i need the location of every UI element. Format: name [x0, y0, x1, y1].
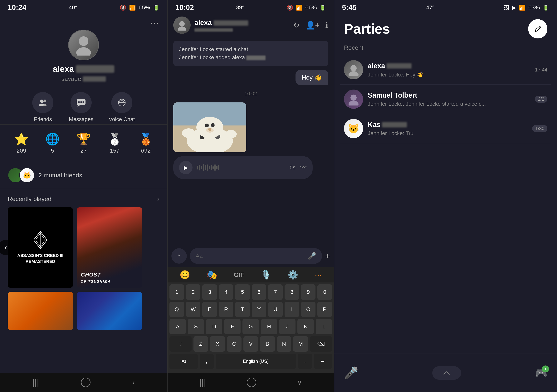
kb-r[interactable]: R: [219, 302, 233, 317]
game-card-3[interactable]: [8, 292, 73, 330]
voice-toolbar-btn[interactable]: 🎙️: [261, 270, 271, 280]
kb-enter[interactable]: ↵: [314, 354, 332, 369]
nav-menu-btn-2[interactable]: |||: [199, 378, 206, 387]
expand-button[interactable]: [171, 248, 187, 264]
conversation-samuel[interactable]: Samuel Tolbert Jennifer Locke: Jennifer …: [340, 85, 551, 114]
nav-back-btn-1[interactable]: ‹: [132, 378, 135, 386]
kb-5[interactable]: 5: [235, 284, 250, 300]
kb-4[interactable]: 4: [219, 284, 233, 300]
temp-display-1: 40°: [69, 4, 77, 11]
kb-i[interactable]: I: [285, 302, 299, 317]
kb-q[interactable]: Q: [170, 302, 184, 317]
kb-s[interactable]: S: [188, 319, 204, 334]
kb-comma[interactable]: ,: [200, 354, 214, 369]
kb-period[interactable]: .: [298, 354, 312, 369]
mutual-avatars: 🐱: [8, 168, 35, 183]
kb-d[interactable]: D: [206, 319, 222, 334]
chat-header-icons: ↻ 👤+ ℹ: [293, 21, 328, 30]
svg-point-14: [179, 21, 185, 26]
nav-home-btn-1[interactable]: [81, 378, 90, 387]
chat-add-user-icon[interactable]: 👤+: [305, 21, 319, 30]
audio-play-button[interactable]: ▶: [179, 161, 193, 174]
kb-space[interactable]: English (US): [216, 354, 296, 369]
trophy-star: ⭐ 209: [14, 132, 29, 154]
kb-special[interactable]: !#1: [170, 354, 198, 369]
kb-w[interactable]: W: [186, 302, 201, 317]
mic-icon[interactable]: 🎤: [308, 252, 316, 260]
trophy-gold: 🏆 27: [76, 132, 91, 154]
kb-v[interactable]: V: [243, 336, 258, 352]
conv-name-alexa: alexa: [368, 62, 530, 70]
kb-y[interactable]: Y: [252, 302, 266, 317]
kb-6[interactable]: 6: [252, 284, 266, 300]
kb-m[interactable]: M: [293, 336, 308, 352]
kb-3[interactable]: 3: [202, 284, 217, 300]
recently-played-arrow[interactable]: ›: [157, 195, 159, 203]
party-games-button[interactable]: 🎮 1: [535, 367, 547, 379]
game-card-4[interactable]: [77, 292, 142, 330]
more-toolbar-btn[interactable]: ···: [315, 270, 322, 280]
heart-icon: 🔇: [287, 4, 293, 11]
parties-title: Parties: [344, 21, 390, 37]
kb-u[interactable]: U: [268, 302, 283, 317]
party-games-badge: 1: [542, 366, 549, 372]
nav-menu-btn-1[interactable]: |||: [33, 378, 39, 387]
settings-toolbar-btn[interactable]: ⚙️: [288, 270, 298, 280]
mutual-friends-section[interactable]: 🐱 2 mutual friends: [0, 162, 167, 189]
kb-b[interactable]: B: [260, 336, 275, 352]
kb-c[interactable]: C: [227, 336, 242, 352]
message-text-input[interactable]: Aa 🎤: [190, 248, 322, 264]
kb-2[interactable]: 2: [186, 284, 201, 300]
status-bar-2: 10:02 39° 🔇 📶 66% 🔋: [168, 0, 334, 13]
conversation-list: alexa Jennifer Locke: Hey 👋 17:44: [334, 55, 557, 143]
nav-down-btn-2[interactable]: ∨: [297, 378, 302, 386]
game-ghost[interactable]: GHOSTOF TSUSHIMA: [77, 207, 142, 288]
kb-9[interactable]: 9: [301, 284, 316, 300]
kb-n[interactable]: N: [277, 336, 291, 352]
kb-l[interactable]: L: [316, 319, 332, 334]
game-ac3[interactable]: ASSASSIN'S CREED III REMASTERED: [8, 207, 73, 288]
messages-button[interactable]: Messages: [69, 92, 93, 122]
kb-shift[interactable]: ⇧: [170, 336, 192, 352]
kb-g[interactable]: G: [243, 319, 259, 334]
kb-o[interactable]: O: [301, 302, 316, 317]
kb-x[interactable]: X: [210, 336, 225, 352]
chat-refresh-icon[interactable]: ↻: [293, 21, 300, 30]
profile-subtitle: savage: [61, 75, 106, 82]
kb-e[interactable]: E: [202, 302, 217, 317]
voice-chat-button[interactable]: Voice Chat: [109, 92, 135, 122]
party-mic-button[interactable]: 🎤: [344, 366, 358, 380]
nav-home-btn-2[interactable]: [247, 378, 256, 387]
kb-1[interactable]: 1: [170, 284, 184, 300]
games-row-2: [0, 288, 167, 330]
conversation-kas[interactable]: 🐱 Kas Jennifer Locke: Tru 1/30: [340, 114, 551, 143]
kb-z[interactable]: Z: [194, 336, 208, 352]
nav-bar-2: ||| ∨: [168, 373, 334, 392]
sticker-toolbar-btn[interactable]: 🎭: [207, 270, 217, 280]
kb-a[interactable]: A: [170, 319, 186, 334]
add-attachment-button[interactable]: +: [325, 251, 330, 261]
silver-trophy-count: 157: [110, 147, 120, 154]
photo-message: [173, 102, 328, 152]
battery-display-2: 66%: [305, 4, 317, 11]
kb-h[interactable]: H: [261, 319, 277, 334]
kb-0[interactable]: 0: [317, 284, 332, 300]
kb-k[interactable]: K: [297, 319, 314, 334]
silver-trophy-icon: 🥈: [108, 132, 122, 146]
party-chevron-button[interactable]: [432, 366, 461, 380]
emoji-toolbar-btn[interactable]: 😊: [180, 270, 190, 280]
chat-info-icon[interactable]: ℹ: [325, 21, 328, 30]
kb-8[interactable]: 8: [285, 284, 299, 300]
kb-j[interactable]: J: [279, 319, 295, 334]
gif-toolbar-btn[interactable]: GIF: [234, 271, 244, 278]
kb-7[interactable]: 7: [268, 284, 283, 300]
compose-button[interactable]: [528, 19, 547, 38]
kb-t[interactable]: T: [235, 302, 250, 317]
kb-f[interactable]: F: [224, 319, 241, 334]
friends-button[interactable]: Friends: [32, 92, 53, 122]
conversation-alexa[interactable]: alexa Jennifer Locke: Hey 👋 17:44: [340, 55, 551, 85]
parties-panel: 5:45 47° 🖼 ▶ 📶 63% 🔋 Parties Recent: [334, 0, 557, 392]
kb-p[interactable]: P: [317, 302, 332, 317]
kb-backspace[interactable]: ⌫: [310, 336, 332, 352]
more-dots-btn[interactable]: ···: [150, 17, 159, 28]
